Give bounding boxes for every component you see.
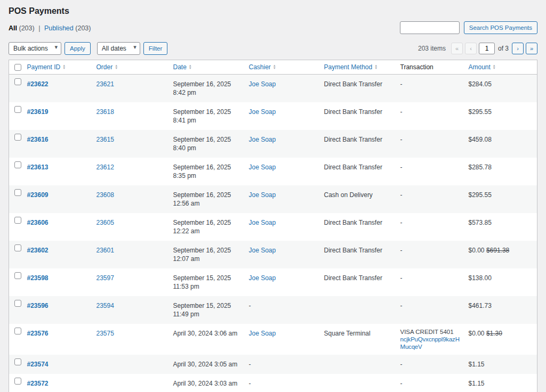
row-checkbox[interactable]: [14, 217, 21, 224]
column-header-payment_id[interactable]: Payment ID▲▼: [27, 60, 97, 75]
amount-text: $285.78: [469, 164, 492, 171]
view-filter-published[interactable]: Published (203): [44, 24, 91, 32]
cell-payment-id: #23609: [27, 185, 97, 213]
row-checkbox[interactable]: [14, 189, 21, 196]
cell-checkbox: [9, 324, 27, 355]
order-link[interactable]: 23601: [97, 247, 114, 254]
row-checkbox[interactable]: [14, 328, 21, 334]
order-link[interactable]: 23605: [97, 219, 114, 226]
cell-checkbox: [9, 268, 27, 296]
cell-cashier: Joe Soap: [249, 241, 324, 268]
payment-id-link[interactable]: #23613: [27, 164, 49, 171]
select-all-checkbox[interactable]: [14, 64, 21, 71]
cell-checkbox: [9, 102, 27, 130]
cell-cashier: Joe Soap: [249, 102, 324, 130]
apply-button[interactable]: Apply: [65, 42, 91, 55]
table-row: #23574April 30, 2024 3:05 am--$1.15: [9, 355, 537, 374]
cashier-link[interactable]: Joe Soap: [249, 164, 276, 171]
row-checkbox[interactable]: [14, 300, 21, 307]
transaction-id-link[interactable]: ncjkPuQvxcnppl9kazHMucqeV: [400, 336, 460, 350]
next-page-button[interactable]: ›: [512, 43, 524, 54]
amount-text: $1.15: [469, 361, 485, 368]
bulk-actions-select[interactable]: Bulk actions: [9, 42, 61, 55]
transaction-empty: -: [400, 302, 403, 309]
order-link[interactable]: 23615: [97, 136, 114, 143]
cashier-link[interactable]: Joe Soap: [249, 80, 276, 88]
cell-amount: $285.78: [469, 158, 537, 185]
payment-id-link[interactable]: #23616: [27, 136, 49, 143]
column-header-cashier[interactable]: Cashier▲▼: [249, 60, 324, 75]
row-checkbox[interactable]: [14, 272, 21, 279]
cell-cashier: Joe Soap: [249, 324, 324, 355]
payment-method-text: Cash on Delivery: [324, 191, 373, 199]
cell-checkbox: [9, 355, 27, 374]
payment-id-link[interactable]: #23609: [27, 191, 49, 199]
table-row: #2361323612September 16, 2025 8:35 pmJoe…: [9, 158, 537, 185]
order-link[interactable]: 23608: [97, 191, 114, 199]
row-checkbox[interactable]: [14, 106, 21, 113]
cell-order: [97, 355, 173, 374]
column-header-order[interactable]: Order▲▼: [97, 60, 173, 75]
cell-cashier: Joe Soap: [249, 130, 324, 158]
row-checkbox[interactable]: [14, 161, 21, 168]
cashier-link[interactable]: Joe Soap: [249, 191, 276, 199]
cashier-link[interactable]: Joe Soap: [249, 247, 276, 254]
view-filter-all[interactable]: All (203): [9, 24, 35, 32]
row-checkbox[interactable]: [14, 378, 21, 385]
sort-link-date[interactable]: Date▲▼: [173, 63, 192, 71]
cell-cashier: -: [249, 355, 324, 374]
row-checkbox[interactable]: [14, 134, 21, 141]
last-page-button[interactable]: »: [526, 43, 537, 54]
order-link[interactable]: 23594: [97, 302, 114, 309]
sort-icon: ▲▼: [273, 64, 276, 70]
search-input[interactable]: [400, 21, 460, 34]
payment-method-text: Square Terminal: [324, 330, 371, 337]
search-button[interactable]: Search POS Payments: [464, 21, 537, 34]
row-checkbox[interactable]: [14, 244, 21, 251]
order-link[interactable]: 23618: [97, 108, 114, 116]
sort-link-payment_id[interactable]: Payment ID▲▼: [27, 63, 66, 71]
sort-link-amount[interactable]: Amount▲▼: [469, 63, 496, 71]
payment-id-link[interactable]: #23606: [27, 219, 49, 226]
cashier-link[interactable]: Joe Soap: [249, 274, 276, 282]
payment-id-link[interactable]: #23574: [27, 361, 49, 368]
column-header-amount[interactable]: Amount▲▼: [469, 60, 537, 75]
payment-id-link[interactable]: #23622: [27, 80, 49, 88]
payment-id-link[interactable]: #23598: [27, 274, 49, 282]
cashier-link[interactable]: Joe Soap: [249, 136, 276, 143]
order-link[interactable]: 23621: [97, 80, 114, 88]
prev-page-button: ‹: [465, 43, 477, 54]
filter-button[interactable]: Filter: [143, 42, 168, 55]
cashier-link[interactable]: Joe Soap: [249, 108, 276, 116]
sort-link-order[interactable]: Order▲▼: [97, 63, 118, 71]
cell-transaction: -: [400, 158, 469, 185]
dates-select[interactable]: All dates: [97, 42, 140, 55]
table-row: #2360923608September 16, 2025 12:56 amJo…: [9, 185, 537, 213]
order-link[interactable]: 23597: [97, 274, 114, 282]
payment-id-link[interactable]: #23619: [27, 108, 49, 116]
order-link[interactable]: 23612: [97, 164, 114, 171]
table-row: #2359623594September 15, 2025 11:49 pm--…: [9, 296, 537, 324]
current-page-input[interactable]: [479, 43, 495, 54]
table-row: #2360223601September 16, 2025 12:07 amJo…: [9, 241, 537, 268]
amount-text: $295.55: [469, 191, 492, 199]
payment-id-link[interactable]: #23596: [27, 302, 49, 309]
cell-transaction: -: [400, 355, 469, 374]
sort-link-payment_method[interactable]: Payment Method▲▼: [324, 63, 378, 71]
row-checkbox[interactable]: [14, 78, 21, 85]
cashier-link[interactable]: Joe Soap: [249, 219, 276, 226]
column-header-date[interactable]: Date▲▼: [173, 60, 249, 75]
payment-id-link[interactable]: #23576: [27, 330, 49, 337]
cell-payment-id: #23613: [27, 158, 97, 185]
payment-id-link[interactable]: #23602: [27, 247, 49, 254]
column-header-payment_method[interactable]: Payment Method▲▼: [324, 60, 400, 75]
date-text: September 16, 2025 12:56 am: [173, 191, 231, 207]
cashier-link[interactable]: Joe Soap: [249, 330, 276, 337]
cell-payment-method: [324, 355, 400, 374]
row-checkbox[interactable]: [14, 358, 21, 365]
sort-link-cashier[interactable]: Cashier▲▼: [249, 63, 276, 71]
payment-id-link[interactable]: #23572: [27, 380, 49, 387]
order-link[interactable]: 23575: [97, 330, 114, 337]
cell-amount: $284.05: [469, 75, 537, 103]
cell-amount: $461.73: [469, 296, 537, 324]
